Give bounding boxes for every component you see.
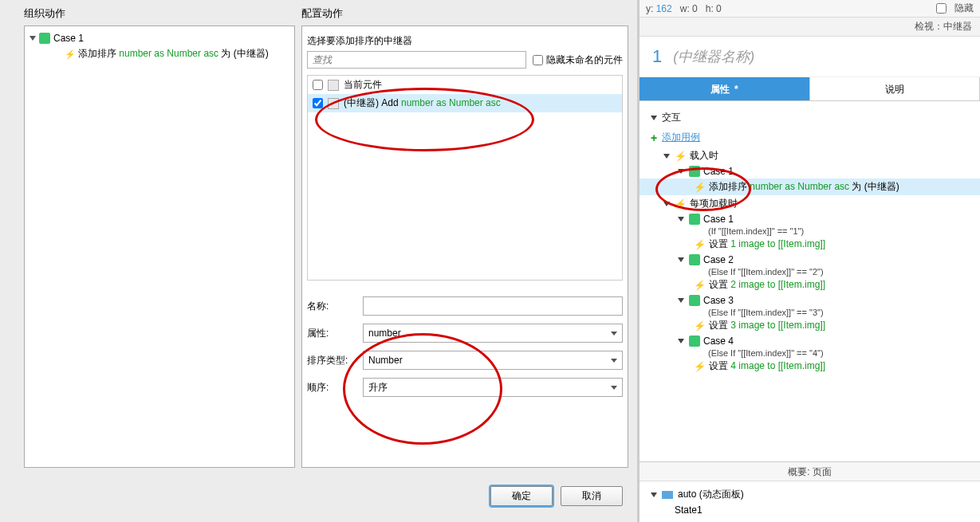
widget-icon <box>328 80 339 91</box>
inspector-header: 检视：中继器 <box>640 18 980 37</box>
inspector-name-placeholder[interactable]: (中继器名称) <box>673 47 754 66</box>
tab-notes[interactable]: 说明 <box>810 77 981 100</box>
inspector-body: 交互 + 添加用例 ⚡ 载入时 Case 1 ⚡ 添加排序 number as … <box>640 101 980 461</box>
case-condition: (Else If "[[Item.index]]" == "2") <box>640 267 980 277</box>
element-list: 当前元件 (中继器) Add number as Number asc <box>307 75 623 281</box>
inspector-index: 1 <box>652 46 662 67</box>
event-onload[interactable]: ⚡ 载入时 <box>640 147 980 164</box>
ok-button[interactable]: 确定 <box>490 486 553 506</box>
inspector-ruler: y: 162 w: 0 h: 0 隐藏 <box>640 0 980 18</box>
name-label: 名称: <box>307 300 363 313</box>
inspector-panel: y: 162 w: 0 h: 0 隐藏 检视：中继器 1 (中继器名称) 属性*… <box>639 0 980 522</box>
chevron-down-icon <box>651 116 657 120</box>
hidden-checkbox[interactable] <box>936 3 947 14</box>
panel-icon <box>662 491 673 499</box>
case-node[interactable]: Case 1 <box>640 164 980 179</box>
case-node[interactable]: Case 1 <box>30 31 289 45</box>
list-item-repeater[interactable]: (中继器) Add number as Number asc <box>308 94 622 112</box>
chevron-down-icon <box>678 169 684 174</box>
case-condition: (Else If "[[Item.index]]" == "4") <box>640 348 980 358</box>
order-select[interactable]: 升序 <box>363 378 623 397</box>
add-case-link[interactable]: 添加用例 <box>662 131 700 144</box>
cancel-button[interactable]: 取消 <box>561 486 623 506</box>
organize-actions-panel: 组织动作 Case 1 添加排序 number as Number asc 为 … <box>24 6 295 468</box>
hide-unnamed-label: 隐藏未命名的元件 <box>546 54 623 65</box>
search-input[interactable] <box>307 51 526 69</box>
action-node[interactable]: ⚡ 添加排序 number as Number asc 为 (中继器) <box>640 179 980 195</box>
action-node[interactable]: ⚡设置 2 image to [[Item.img]] <box>640 277 980 293</box>
name-input[interactable] <box>363 296 623 316</box>
hide-unnamed-checkbox[interactable] <box>533 55 543 65</box>
outline-title: 概要: 页面 <box>640 462 980 481</box>
property-select[interactable]: number <box>363 324 623 343</box>
hidden-label: 隐藏 <box>954 2 974 15</box>
case-node[interactable]: Case 1 <box>640 212 980 226</box>
state-label: State1 <box>675 504 703 516</box>
inspector-title-row: 1 (中继器名称) <box>640 37 980 77</box>
outline-item[interactable]: auto (动态面板) <box>651 486 969 503</box>
case-condition: (If "[[Item.index]]" == "1") <box>640 226 980 236</box>
event-itemload[interactable]: ⚡ 每项加载时 <box>640 195 980 212</box>
select-repeater-label: 选择要添加排序的中继器 <box>307 34 623 48</box>
configure-action-panel: 配置动作 选择要添加排序的中继器 隐藏未命名的元件 当前元件 <box>301 6 628 468</box>
order-value: 升序 <box>368 381 388 394</box>
interactions-section[interactable]: 交互 <box>640 108 980 128</box>
case-icon <box>39 33 50 44</box>
chevron-down-icon <box>611 359 617 363</box>
outline-item-label: auto (动态面板) <box>678 488 744 501</box>
outline-state[interactable]: State1 <box>651 503 969 517</box>
chevron-down-icon <box>611 332 617 336</box>
order-label: 顺序: <box>307 381 363 394</box>
chevron-down-icon <box>611 386 617 390</box>
action-node[interactable]: ⚡设置 1 image to [[Item.img]] <box>640 236 980 253</box>
case-condition: (Else If "[[Item.index]]" == "3") <box>640 308 980 317</box>
property-label: 属性: <box>307 327 363 340</box>
sort-type-label: 排序类型: <box>307 354 363 367</box>
organize-actions-title: 组织动作 <box>24 6 295 21</box>
case-node[interactable]: Case 2 <box>640 253 980 267</box>
chevron-down-icon <box>663 154 670 159</box>
expand-icon <box>30 36 36 41</box>
repeater-label: (中继器) Add number as Number asc <box>344 96 501 110</box>
sort-type-select[interactable]: Number <box>363 351 623 370</box>
property-value: number <box>368 328 401 339</box>
action-label: 添加排序 number as Number asc 为 (中继器) <box>78 47 269 61</box>
widget-icon <box>328 98 339 109</box>
repeater-checkbox[interactable] <box>313 98 323 108</box>
case-node[interactable]: Case 3 <box>640 293 980 308</box>
chevron-down-icon <box>663 202 670 206</box>
tab-properties[interactable]: 属性* <box>640 77 810 100</box>
case-label: Case 1 <box>53 33 84 44</box>
interactions-title: 交互 <box>662 111 681 124</box>
action-node[interactable]: ⚡设置 4 image to [[Item.img]] <box>640 358 980 375</box>
sort-form: 名称: 属性: number 排序类型: <box>307 288 623 405</box>
current-widget-checkbox[interactable] <box>313 80 323 90</box>
inspector-tabs: 属性* 说明 <box>640 77 980 101</box>
inspector-footer: 概要: 页面 auto (动态面板) State1 <box>640 461 980 522</box>
case-node[interactable]: Case 4 <box>640 334 980 348</box>
sort-type-value: Number <box>368 355 403 366</box>
list-item-current[interactable]: 当前元件 <box>308 76 622 94</box>
dialog-area: 组织动作 Case 1 添加排序 number as Number asc 为 … <box>0 0 639 522</box>
action-node[interactable]: 添加排序 number as Number asc 为 (中继器) <box>30 45 289 62</box>
chevron-down-icon <box>651 493 657 497</box>
action-node[interactable]: ⚡设置 3 image to [[Item.img]] <box>640 317 980 334</box>
plus-icon: + <box>651 131 657 144</box>
bolt-icon <box>65 49 76 60</box>
current-widget-label: 当前元件 <box>344 78 382 92</box>
add-case-row[interactable]: + 添加用例 <box>640 128 980 147</box>
case-icon <box>689 166 700 177</box>
configure-action-title: 配置动作 <box>301 6 628 21</box>
organize-actions-tree: Case 1 添加排序 number as Number asc 为 (中继器) <box>24 26 295 468</box>
hide-unnamed-option[interactable]: 隐藏未命名的元件 <box>533 53 623 67</box>
